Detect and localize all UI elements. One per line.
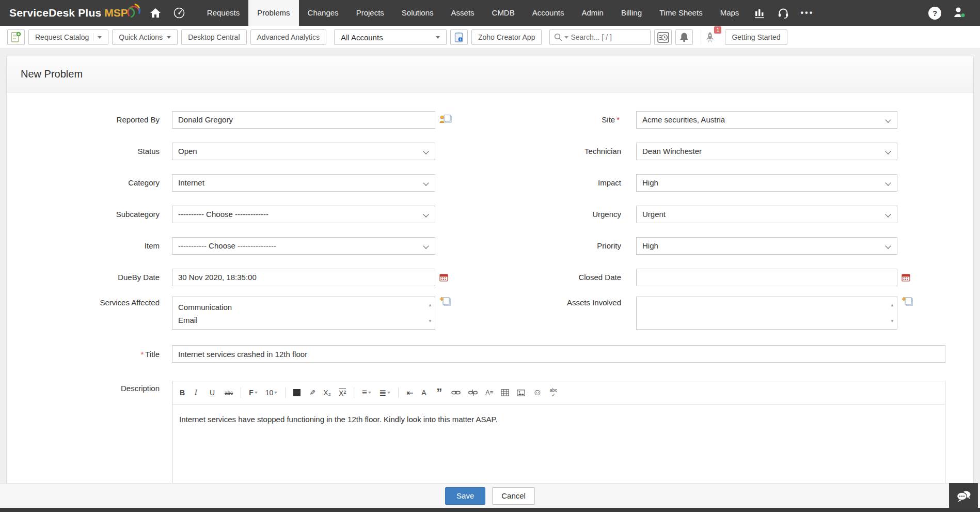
calendar-icon[interactable] [902, 273, 910, 284]
select-user-icon[interactable] [439, 114, 452, 127]
scroll-down-icon[interactable]: ▼ [890, 315, 894, 328]
priority-row: Priority High [455, 230, 973, 261]
advanced-analytics-button[interactable]: Advanced Analytics [250, 29, 326, 45]
list-item[interactable]: Communication [178, 301, 421, 314]
highlight-pen-icon[interactable]: ✎ [308, 389, 315, 397]
search-scope-caret-icon[interactable] [564, 36, 568, 41]
brand-suffix: MSP [104, 7, 128, 19]
tab-solutions[interactable]: Solutions [393, 0, 442, 26]
cancel-button[interactable]: Cancel [492, 487, 535, 505]
subcategory-label: Subcategory [7, 210, 160, 219]
blockquote-icon[interactable]: ” [436, 390, 444, 395]
indent-icon[interactable]: ⇤ [406, 388, 414, 398]
priority-select[interactable]: High [636, 237, 897, 255]
scroll-up-icon[interactable]: ▲ [428, 299, 432, 312]
search-icon[interactable] [554, 33, 562, 41]
account-details-button[interactable] [450, 29, 468, 45]
scroll-down-icon[interactable]: ▼ [428, 315, 432, 328]
bold-icon[interactable]: B [180, 389, 187, 397]
font-color-icon[interactable] [293, 389, 301, 396]
request-catalog-button[interactable]: Request Catalog [28, 29, 108, 45]
chevron-down-icon [274, 392, 277, 395]
tab-changes[interactable]: Changes [299, 0, 347, 26]
add-assets-icon[interactable] [902, 297, 913, 308]
status-select[interactable]: Open [172, 143, 435, 160]
assets-involved-listbox[interactable]: ▲ ▼ [636, 297, 897, 330]
dueby-date-input[interactable] [172, 269, 435, 286]
insert-table-icon[interactable] [501, 389, 509, 396]
emoji-icon[interactable]: ☺ [533, 387, 542, 398]
notifications-button[interactable] [675, 29, 693, 45]
superscript-icon[interactable]: X² [339, 389, 346, 397]
technician-select[interactable]: Dean Winchester [636, 143, 897, 160]
insert-image-icon[interactable] [517, 390, 525, 396]
tab-accounts[interactable]: Accounts [524, 0, 573, 26]
line-spacing-icon[interactable]: A≡ [485, 389, 493, 396]
new-problem-panel: New Problem Reported By Status [6, 56, 974, 508]
home-icon[interactable] [144, 0, 167, 26]
closed-date-input[interactable] [636, 269, 897, 286]
tab-maps[interactable]: Maps [712, 0, 748, 26]
scroll-up-icon[interactable]: ▲ [890, 299, 894, 312]
insert-link-icon[interactable] [451, 389, 461, 396]
desktop-central-button[interactable]: Desktop Central [181, 29, 246, 45]
live-chat-headset-icon[interactable] [771, 0, 795, 26]
category-select[interactable]: Internet [172, 174, 435, 192]
more-menu-icon[interactable]: ••• [795, 0, 819, 26]
title-input[interactable] [172, 345, 945, 363]
account-filter-select[interactable]: All Accounts [334, 29, 447, 45]
impact-select[interactable]: High [636, 174, 897, 192]
description-input[interactable]: Internet services have stopped functioni… [172, 405, 945, 483]
subscript-icon[interactable]: X₂ [323, 389, 331, 397]
urgency-select[interactable]: Urgent [636, 206, 897, 223]
italic-icon[interactable]: I [195, 389, 202, 397]
help-icon[interactable]: ? [928, 7, 941, 20]
impact-value: High [642, 178, 658, 187]
remove-format-icon[interactable]: A [421, 389, 429, 397]
new-request-doc-icon [11, 31, 21, 43]
quick-actions-button[interactable]: Quick Actions [112, 29, 178, 45]
tab-assets[interactable]: Assets [442, 0, 483, 26]
calendar-icon[interactable] [439, 273, 448, 284]
font-family-icon[interactable]: F [249, 389, 258, 397]
strikethrough-icon[interactable]: abc [225, 390, 233, 396]
item-row: Item ----------- Choose --------------- [7, 230, 455, 261]
whats-new-button[interactable]: 1 [701, 29, 718, 45]
services-affected-listbox[interactable]: Communication Email ▲ ▼ [172, 297, 435, 330]
form-action-bar: Save Cancel [0, 483, 980, 508]
save-button[interactable]: Save [445, 487, 485, 505]
tab-projects[interactable]: Projects [347, 0, 393, 26]
remove-link-icon[interactable] [468, 389, 478, 396]
chevron-down-icon [885, 243, 891, 249]
user-profile-icon[interactable] [953, 6, 967, 21]
zoho-creator-app-button[interactable]: Zoho Creator App [471, 29, 542, 45]
item-select[interactable]: ----------- Choose --------------- [172, 237, 435, 255]
status-row: Status Open [7, 135, 455, 167]
list-item[interactable]: Email [178, 314, 421, 327]
reports-chart-icon[interactable] [748, 0, 771, 26]
tab-requests[interactable]: Requests [198, 0, 248, 26]
align-icon[interactable]: ≡ [362, 387, 371, 398]
subcategory-value: ---------- Choose ------------- [178, 210, 268, 219]
tab-time-sheets[interactable]: Time Sheets [651, 0, 712, 26]
site-select[interactable]: Acme securities, Austria [636, 111, 897, 129]
dashboard-icon[interactable] [167, 0, 191, 26]
scheduled-tasks-button[interactable] [654, 29, 672, 45]
new-request-button[interactable] [7, 29, 25, 45]
reported-by-input[interactable] [172, 111, 435, 129]
search-input[interactable] [571, 33, 646, 41]
tab-problems[interactable]: Problems [248, 0, 298, 26]
subcategory-select[interactable]: ---------- Choose ------------- [172, 206, 435, 223]
chat-widget-button[interactable] [949, 483, 978, 509]
getting-started-button[interactable]: Getting Started [725, 29, 787, 45]
spellcheck-icon[interactable]: abc ✓ [550, 388, 558, 397]
title-row: *Title [7, 340, 973, 367]
tab-cmdb[interactable]: CMDB [483, 0, 524, 26]
tab-billing[interactable]: Billing [612, 0, 651, 26]
tab-admin[interactable]: Admin [573, 0, 612, 26]
app-logo[interactable]: ServiceDesk Plus MSP [0, 0, 144, 26]
list-icon[interactable]: ≣ [379, 387, 390, 398]
font-size-icon[interactable]: 10 [265, 389, 278, 397]
underline-icon[interactable]: U [210, 389, 217, 397]
add-services-icon[interactable] [439, 297, 451, 308]
